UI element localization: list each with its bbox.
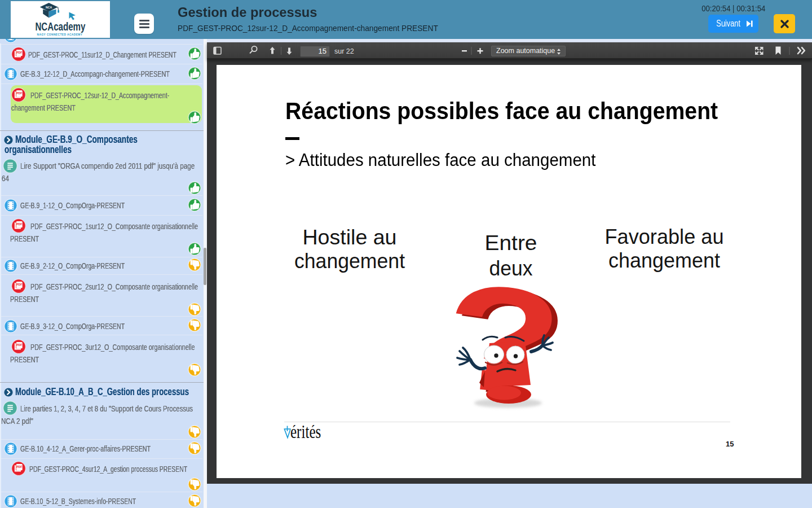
svg-text:PDF: PDF: [16, 283, 22, 286]
svg-text:NCA: NCA: [46, 5, 52, 8]
svg-text:NAGY CONNECTED ACADEMY: NAGY CONNECTED ACADEMY: [37, 33, 83, 36]
svg-text:PDF: PDF: [16, 222, 22, 226]
svg-text:PDF: PDF: [16, 465, 22, 468]
svg-text:érités: érités: [290, 425, 321, 441]
svg-text:PDF: PDF: [16, 51, 22, 54]
svg-text:PDF: PDF: [16, 91, 22, 95]
svg-text:PDF: PDF: [16, 343, 22, 347]
svg-text:NCAcademy: NCAcademy: [35, 20, 86, 33]
